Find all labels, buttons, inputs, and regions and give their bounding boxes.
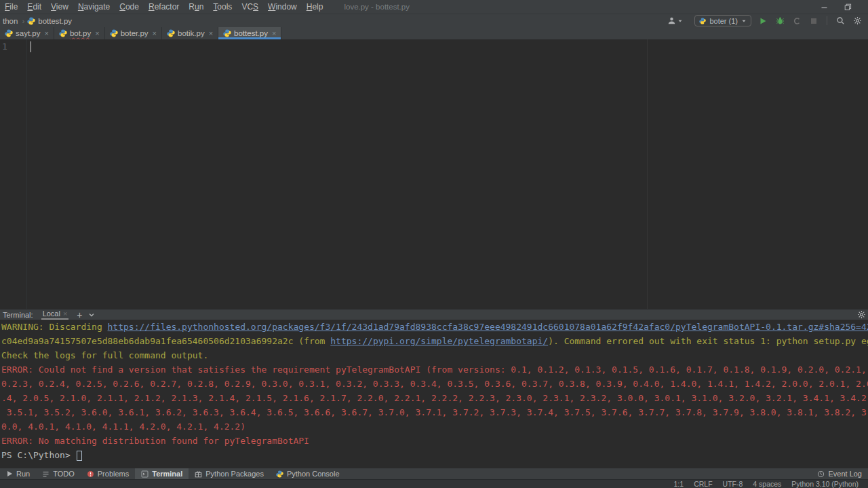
settings-button[interactable]	[852, 16, 863, 26]
debug-button[interactable]	[774, 16, 785, 26]
terminal-text: ). Command errored out with exit status …	[548, 336, 868, 346]
event-log-icon	[817, 470, 825, 478]
terminal-text: .4, 2.0.5, 2.1.0, 2.1.1, 2.1.2, 2.1.3, 2…	[1, 393, 868, 403]
tool-window-items: RunTODOProblemsTerminalPython PackagesPy…	[0, 468, 346, 479]
toolwindow-label: Python Packages	[205, 470, 264, 478]
toolwindow-python-console[interactable]: Python Console	[270, 468, 346, 479]
tab-bot.py[interactable]: bot.py×	[54, 27, 105, 39]
dropdown-arrow-icon	[677, 18, 683, 24]
line-number: 1	[2, 41, 7, 52]
new-terminal-button[interactable]: +	[77, 310, 82, 320]
toolwindow-label: Python Console	[287, 470, 340, 478]
terminal-text: 0.2.3, 0.2.4, 0.2.5, 0.2.6, 0.2.7, 0.2.8…	[1, 379, 868, 389]
terminal-icon	[141, 470, 149, 478]
tab-close-icon[interactable]: ×	[44, 30, 48, 37]
tab-close-icon[interactable]: ×	[272, 30, 276, 37]
title-bar: FileEditViewNavigateCodeRefactorRunTools…	[0, 0, 868, 14]
terminal-text: ERROR: No matching distribution found fo…	[1, 436, 309, 446]
editor-area[interactable]: 1	[0, 39, 868, 309]
python-console-icon	[276, 470, 283, 478]
python-icon	[59, 29, 67, 37]
menu-file[interactable]: File	[0, 0, 22, 14]
tab-botik.py[interactable]: botik.py×	[162, 27, 218, 39]
terminal-line: Check the logs for full command output.	[1, 350, 868, 364]
python-icon	[167, 29, 175, 37]
terminal-line: ERROR: No matching distribution found fo…	[1, 436, 868, 450]
terminal-settings-gear-icon[interactable]	[857, 310, 866, 319]
tab-close-icon[interactable]: ×	[95, 30, 99, 37]
python-icon	[27, 17, 35, 25]
user-icon	[667, 16, 676, 25]
tab-close-icon[interactable]: ×	[153, 30, 157, 37]
terminal-link[interactable]: https://pypi.org/simple/pytelegrambotapi…	[330, 336, 548, 346]
tab-label: bottest.py	[234, 29, 268, 37]
menu-run[interactable]: Run	[184, 0, 208, 14]
python-icon	[110, 29, 118, 37]
tab-bottest.py[interactable]: bottest.py×	[218, 27, 281, 39]
menu-vcs[interactable]: VCS	[237, 0, 263, 14]
tab-label: bot.py	[70, 29, 91, 37]
terminal-title: Terminal:	[3, 311, 33, 319]
tool-window-bar: RunTODOProblemsTerminalPython PackagesPy…	[0, 468, 868, 479]
editor-caret	[31, 41, 31, 52]
event-log-button[interactable]: Event Log	[811, 468, 868, 479]
window-title: love.py - bottest.py	[344, 3, 410, 11]
status-item[interactable]: CRLF	[694, 480, 712, 488]
tab-boter.py[interactable]: boter.py×	[105, 27, 162, 39]
tab-close-icon[interactable]: ×	[209, 30, 213, 37]
user-account-button[interactable]	[667, 16, 683, 25]
toolwindow-terminal[interactable]: Terminal	[135, 468, 189, 479]
menu-view[interactable]: View	[46, 0, 73, 14]
menu-code[interactable]: Code	[115, 0, 144, 14]
dropdown-arrow-icon	[741, 18, 747, 24]
terminal-text: ERROR: Could not find a version that sat…	[1, 364, 868, 375]
terminal-line: 3.5.1, 3.5.2, 3.6.0, 3.6.1, 3.6.2, 3.6.3…	[1, 407, 868, 421]
run-grey-icon	[6, 470, 13, 477]
tab-label: botik.py	[178, 29, 205, 37]
status-item[interactable]: UTF-8	[723, 480, 743, 488]
menu-tools[interactable]: Tools	[208, 0, 237, 14]
python-icon	[5, 29, 13, 37]
menu-navigate[interactable]: Navigate	[73, 0, 115, 14]
coverage-button[interactable]	[791, 16, 802, 26]
status-item[interactable]: 4 spaces	[753, 480, 781, 488]
terminal-tab-local[interactable]: Local ×	[41, 309, 69, 320]
menu-edit[interactable]: Edit	[22, 0, 46, 14]
status-item[interactable]: 1:1	[674, 480, 684, 488]
menu-window[interactable]: Window	[263, 0, 302, 14]
terminal-output[interactable]: WARNING: Discarding https://files.python…	[0, 320, 868, 468]
terminal-text: c04ed9a9a74157507e5d88eb6dab9a1fea654605…	[1, 336, 330, 346]
terminal-line: WARNING: Discarding https://files.python…	[1, 322, 868, 336]
terminal-text: WARNING: Discarding	[1, 322, 108, 332]
minimize-icon[interactable]	[821, 3, 828, 11]
toolwindow-problems[interactable]: Problems	[81, 468, 135, 479]
restore-icon[interactable]	[844, 3, 852, 11]
terminal-link[interactable]: https://files.pythonhosted.org/packages/…	[108, 322, 868, 332]
editor-tabbar: sayt.py×bot.py×boter.py×botik.py×bottest…	[0, 27, 868, 39]
terminal-header: Terminal: Local × +	[0, 309, 868, 320]
terminal-line: 0.2.3, 0.2.4, 0.2.5, 0.2.6, 0.2.7, 0.2.8…	[1, 379, 868, 393]
toolwindow-todo[interactable]: TODO	[36, 468, 81, 479]
menu-items: FileEditViewNavigateCodeRefactorRunTools…	[0, 0, 328, 14]
toolwindow-label: Run	[16, 470, 30, 478]
run-button[interactable]	[757, 16, 768, 26]
toolwindow-run[interactable]: Run	[0, 468, 36, 479]
menu-help[interactable]: Help	[302, 0, 328, 14]
search-everywhere-button[interactable]	[835, 16, 846, 26]
run-config-selector[interactable]: boter (1)	[694, 15, 751, 26]
menu-refactor[interactable]: Refactor	[144, 0, 184, 14]
breadcrumb-project[interactable]: thon	[1, 17, 19, 25]
close-icon[interactable]: ×	[63, 309, 67, 318]
status-item[interactable]: Python 3.10 (Python)	[791, 480, 859, 488]
terminal-text: 0.0, 4.0.1, 4.1.0, 4.1.1, 4.2.0, 4.2.1, …	[1, 421, 245, 432]
breadcrumb-separator: ›	[19, 17, 27, 25]
breadcrumb-file[interactable]: bottest.py	[27, 17, 72, 25]
toolwindow-label: Terminal	[152, 470, 182, 478]
tab-sayt.py[interactable]: sayt.py×	[0, 27, 54, 39]
run-toolbar: boter (1)	[667, 15, 868, 26]
toolwindow-python-packages[interactable]: Python Packages	[189, 468, 270, 479]
stop-button[interactable]	[808, 16, 819, 26]
python-icon	[699, 18, 706, 24]
todo-icon	[42, 470, 50, 478]
chevron-down-icon[interactable]	[88, 312, 95, 318]
